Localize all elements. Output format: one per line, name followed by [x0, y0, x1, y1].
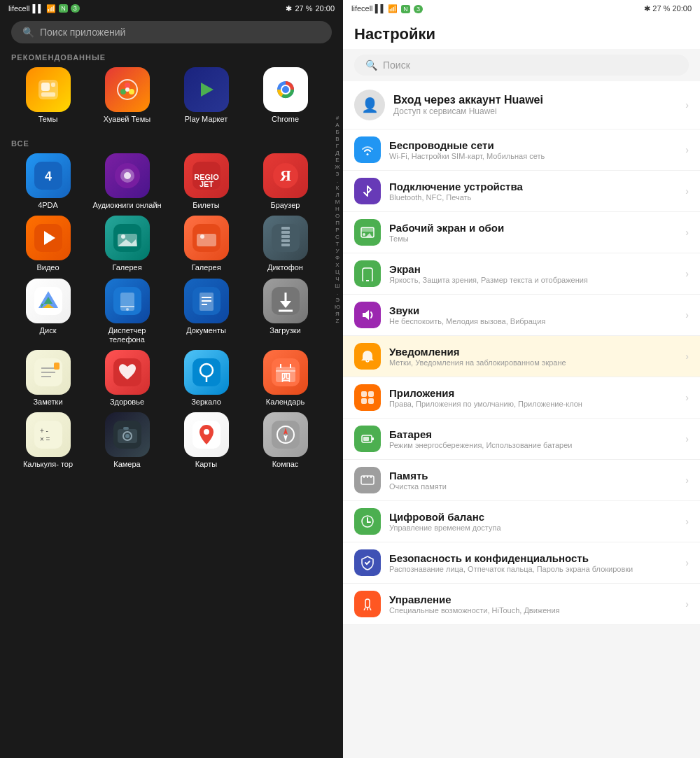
settings-item-battery[interactable]: БатареяРежим энергосбережения, Использов…	[343, 419, 700, 460]
alpha-letter[interactable]: Х	[335, 262, 339, 268]
app-icon-camera	[105, 412, 150, 457]
settings-item-title-notifications: Уведомления	[389, 346, 677, 358]
svg-point-8	[125, 87, 130, 92]
app-item-docs[interactable]: Документы	[169, 279, 243, 344]
alpha-letter[interactable]: Ч	[335, 276, 339, 282]
app-item-disk[interactable]: Диск	[11, 279, 85, 344]
alpha-letter[interactable]: С	[335, 234, 340, 240]
settings-icon-control	[354, 591, 381, 617]
app-item-calendar[interactable]: 四Календарь	[248, 350, 322, 407]
account-item[interactable]: 👤 Вход через аккаунт Huawei Доступ к сер…	[343, 81, 700, 129]
app-item-browser[interactable]: ЯБраузер	[248, 153, 322, 210]
alpha-letter[interactable]: Б	[335, 129, 339, 135]
svg-line-100	[364, 608, 365, 610]
settings-item-wifi[interactable]: Беспроводные сетиWi-Fi, Настройки SIM-ка…	[343, 129, 700, 171]
settings-item-bluetooth[interactable]: Подключение устройстваBluetooth, NFC, Пе…	[343, 171, 700, 212]
app-item-huawei-themes[interactable]: Хуавей Темы	[90, 67, 164, 124]
settings-item-digital[interactable]: Цифровой балансУправление временем досту…	[343, 501, 700, 542]
app-label-play: Play Маркет	[185, 115, 228, 124]
alpha-letter[interactable]: Ю	[335, 304, 340, 310]
app-icon-browser: Я	[263, 153, 308, 198]
settings-chevron-wifi: ›	[685, 144, 689, 155]
settings-icon-digital	[354, 508, 381, 535]
svg-marker-85	[365, 233, 372, 237]
app-label-camera: Камера	[113, 460, 140, 469]
app-label-calc: Калькуля- тор	[23, 460, 73, 469]
alpha-letter[interactable]: Г	[336, 143, 339, 149]
app-icon-compass	[263, 412, 308, 457]
app-item-camera[interactable]: Камера	[90, 412, 164, 469]
alpha-letter[interactable]: .	[337, 178, 338, 184]
app-label-chrome: Chrome	[272, 115, 299, 124]
app-item-audio[interactable]: Аудиокниги онлайн	[90, 153, 164, 210]
app-item-play[interactable]: Play Маркет	[169, 67, 243, 124]
alpha-letter[interactable]: З	[336, 171, 340, 177]
app-item-dictophone[interactable]: Диктофон	[248, 216, 322, 272]
settings-item-title-control: Управление	[389, 594, 677, 605]
alpha-letter[interactable]: В	[335, 136, 339, 142]
settings-search-bar[interactable]: 🔍 Поиск	[354, 55, 689, 76]
svg-text:×  =: × =	[40, 435, 50, 443]
settings-item-apps[interactable]: ПриложенияПрава, Приложения по умолчанию…	[343, 377, 700, 419]
alpha-letter[interactable]: К	[336, 185, 340, 191]
settings-item-security[interactable]: Безопасность и конфиденциальностьРаспозн…	[343, 542, 700, 584]
app-icon-health	[105, 350, 150, 395]
app-item-4pda[interactable]: 44PDA	[11, 153, 85, 210]
app-item-downloads[interactable]: Загрузки	[248, 279, 322, 344]
alpha-letter[interactable]: Л	[335, 192, 339, 198]
app-item-health[interactable]: Здоровье	[90, 350, 164, 407]
left-battery: 27 %	[295, 4, 312, 13]
app-item-themes[interactable]: Темы	[11, 67, 85, 124]
alpha-letter[interactable]: У	[335, 248, 339, 254]
alpha-letter[interactable]: Н	[335, 206, 340, 212]
settings-item-title-security: Безопасность и конфиденциальность	[389, 552, 677, 564]
svg-point-6	[129, 89, 134, 94]
settings-icon-bluetooth	[354, 178, 381, 204]
alpha-letter[interactable]: П	[335, 220, 340, 226]
alpha-letter[interactable]: Ц	[335, 269, 340, 275]
alpha-letter[interactable]: .	[337, 290, 338, 296]
app-search-bar[interactable]: 🔍 Поиск приложений	[11, 21, 332, 43]
app-item-gallery1[interactable]: Галерея	[90, 216, 164, 272]
settings-item-control[interactable]: УправлениеСпециальные возможности, HiTou…	[343, 584, 700, 625]
app-item-gallery2[interactable]: Галерея	[169, 216, 243, 272]
alpha-letter[interactable]: Я	[335, 311, 340, 317]
svg-line-101	[370, 608, 371, 610]
alpha-letter[interactable]: Е	[335, 157, 339, 163]
app-item-compass[interactable]: Компас	[248, 412, 322, 469]
app-icon-gallery1	[105, 216, 150, 260]
settings-item-memory[interactable]: ПамятьОчистка памяти›	[343, 460, 700, 501]
alpha-letter[interactable]: Z	[336, 318, 340, 324]
app-label-gallery2: Галерея	[191, 263, 220, 272]
app-item-dispatcher[interactable]: Диспетчер телефона	[90, 279, 164, 344]
alpha-letter[interactable]: А	[335, 122, 339, 128]
app-item-bilets[interactable]: REGIOJETБилеты	[169, 153, 243, 210]
settings-item-sound[interactable]: ЗвукиНе беспокоить, Мелодия вызова, Вибр…	[343, 295, 700, 336]
alpha-letter[interactable]: О	[335, 213, 340, 219]
app-item-video[interactable]: Видео	[11, 216, 85, 272]
app-item-mirror[interactable]: Зеркало	[169, 350, 243, 407]
settings-chevron-wallpaper: ›	[685, 227, 689, 238]
settings-item-screen[interactable]: ЭкранЯркость, Защита зрения, Размер текс…	[343, 253, 700, 295]
app-item-chrome[interactable]: Chrome	[248, 67, 322, 124]
alpha-scroll[interactable]: #АБВГДЕЖЗ.КЛМНОПРСТУФХЦЧШ.ЭЮЯZ	[332, 112, 343, 758]
settings-items-container: Беспроводные сетиWi-Fi, Настройки SIM-ка…	[343, 129, 700, 625]
app-item-notes[interactable]: Заметки	[11, 350, 85, 407]
alpha-letter[interactable]: #	[336, 115, 339, 121]
app-label-notes: Заметки	[33, 398, 62, 407]
settings-item-wallpaper[interactable]: Рабочий экран и обоиТемы›	[343, 212, 700, 253]
alpha-letter[interactable]: Ф	[335, 255, 340, 261]
app-item-calc[interactable]: + -× =Калькуля- тор	[11, 412, 85, 469]
alpha-letter[interactable]: М	[335, 199, 340, 205]
alpha-letter[interactable]: Т	[336, 241, 340, 247]
alpha-letter[interactable]: Ш	[335, 283, 340, 289]
alpha-letter[interactable]: Э	[335, 297, 340, 303]
app-icon-audio	[105, 153, 150, 198]
settings-item-notifications[interactable]: УведомленияМетки, Уведомления на заблоки…	[343, 336, 700, 377]
right-bluetooth-icon: ✱	[644, 4, 650, 13]
app-item-maps[interactable]: Карты	[169, 412, 243, 469]
alpha-letter[interactable]: Ж	[335, 164, 340, 170]
left-panel: lifecell ▌▌ 📶 N 3 ✱ 27 % 20:00 🔍 Поиск п…	[0, 0, 343, 758]
alpha-letter[interactable]: Д	[335, 150, 339, 156]
alpha-letter[interactable]: Р	[335, 227, 339, 233]
